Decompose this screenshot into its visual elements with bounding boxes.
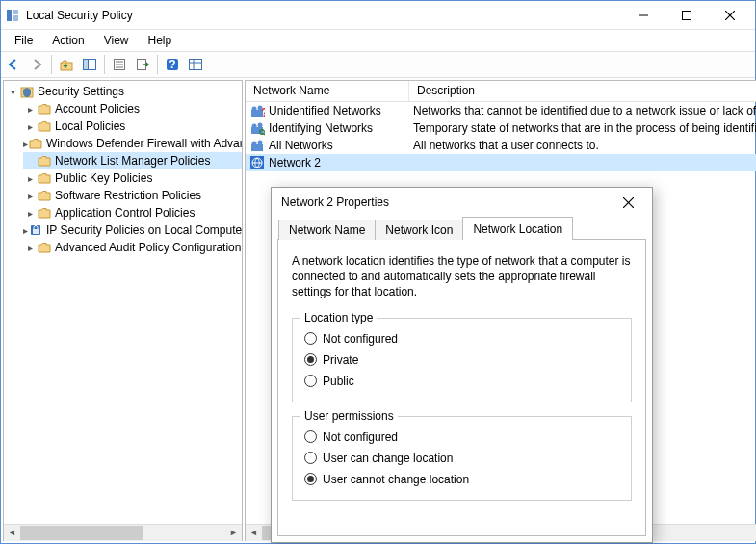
group-title: User permissions (300, 409, 398, 423)
column-description[interactable]: Description (409, 81, 756, 101)
folder-icon (28, 136, 43, 151)
show-hide-tree-button[interactable] (79, 54, 100, 75)
menu-action[interactable]: Action (42, 32, 93, 49)
main-window: Local Security Policy File Action View H… (0, 0, 756, 544)
scroll-thumb[interactable] (20, 526, 143, 540)
export-button[interactable] (132, 54, 153, 75)
scroll-left-button[interactable]: ◄ (246, 525, 262, 541)
manage-button[interactable] (185, 54, 206, 75)
app-icon (5, 8, 20, 23)
scroll-track[interactable] (20, 525, 225, 541)
list-row[interactable]: Identifying NetworksTemporary state of n… (246, 119, 756, 137)
radio-button[interactable] (304, 353, 317, 366)
list-row[interactable]: All NetworksAll networks that a user con… (246, 137, 756, 154)
tree-item[interactable]: ▸Advanced Audit Policy Configuration (23, 239, 242, 256)
ipsec-icon (28, 222, 43, 238)
radio-button[interactable] (304, 452, 317, 464)
menu-view[interactable]: View (94, 32, 139, 49)
column-network-name[interactable]: Network Name (246, 81, 409, 101)
radio-option[interactable]: User can change location (304, 448, 619, 469)
collapse-icon[interactable]: ▾ (6, 87, 19, 97)
folder-icon (37, 240, 52, 255)
svg-rect-2 (13, 15, 18, 21)
radio-option[interactable]: Public (304, 371, 619, 392)
svg-rect-9 (84, 60, 89, 70)
network-icon (249, 120, 265, 136)
scroll-right-button[interactable]: ► (225, 525, 242, 541)
svg-rect-4 (682, 11, 691, 19)
cell-network-name: Identifying Networks (246, 120, 409, 136)
tab-network-location[interactable]: Network Location (462, 217, 573, 240)
menubar: File Action View Help (1, 30, 755, 51)
close-button[interactable] (708, 1, 751, 29)
tab-network-name[interactable]: Network Name (278, 220, 376, 240)
folder-icon (37, 118, 52, 134)
svg-text:?: ? (261, 106, 265, 118)
tree-item-label: Account Policies (55, 102, 140, 116)
help-button[interactable]: ? (162, 54, 183, 75)
expand-icon[interactable]: ▸ (23, 243, 37, 253)
radio-label: Public (323, 375, 354, 388)
svg-point-28 (252, 124, 257, 129)
tree-root-security-settings[interactable]: ▾ Security Settings (6, 83, 242, 100)
menu-help[interactable]: Help (139, 32, 182, 49)
tab-network-icon[interactable]: Network Icon (375, 220, 463, 240)
scroll-left-button[interactable]: ◄ (4, 525, 20, 541)
radio-option[interactable]: Private (304, 350, 619, 371)
list-row[interactable]: Network 2 (246, 154, 756, 171)
dialog-tabbody: A network location identifies the type o… (277, 239, 646, 536)
up-level-button[interactable] (56, 54, 77, 75)
tree-item[interactable]: ▸Windows Defender Firewall with Advanced… (23, 135, 242, 152)
radio-label: User cannot change location (323, 473, 469, 486)
tree-view[interactable]: ▾ Security Settings ▸Account Policies▸Lo… (4, 81, 242, 524)
folder-icon (37, 205, 52, 220)
network-icon (249, 138, 265, 153)
cell-description: Temporary state of networks that are in … (409, 121, 756, 135)
security-icon (19, 84, 35, 99)
tree-item[interactable]: ▸Account Policies (23, 100, 242, 117)
folder-icon (37, 153, 52, 168)
dialog-close-button[interactable] (613, 188, 642, 217)
tree-item[interactable]: ▸IP Security Policies on Local Computer (23, 221, 242, 239)
maximize-button[interactable] (665, 1, 708, 29)
tree-item[interactable]: ▸Local Policies (23, 117, 242, 135)
properties-button[interactable] (109, 54, 130, 75)
tree-item[interactable]: ▸Application Control Policies (23, 204, 242, 221)
expand-icon[interactable]: ▸ (23, 173, 37, 184)
location-description: A network location identifies the type o… (292, 253, 632, 300)
radio-button[interactable] (304, 332, 317, 345)
radio-label: Private (323, 353, 358, 367)
radio-button[interactable] (304, 473, 317, 485)
radio-button[interactable] (304, 375, 317, 387)
expand-icon[interactable]: ▸ (23, 104, 37, 115)
tree-item[interactable]: ▸Public Key Policies (23, 169, 242, 187)
radio-option[interactable]: Not configured (304, 427, 619, 448)
svg-point-34 (258, 141, 263, 145)
tree-item[interactable]: ▸Software Restriction Policies (23, 187, 242, 204)
tree-item[interactable]: Network List Manager Policies (23, 152, 242, 169)
radio-button[interactable] (304, 430, 317, 443)
cell-network-name: Network 2 (246, 155, 409, 170)
expand-icon[interactable]: ▸ (23, 208, 37, 219)
network-icon (249, 155, 265, 170)
dialog-titlebar[interactable]: Network 2 Properties (272, 188, 652, 217)
radio-option[interactable]: User cannot change location (304, 469, 619, 490)
svg-rect-22 (33, 229, 39, 234)
menu-file[interactable]: File (5, 32, 42, 49)
dialog-title: Network 2 Properties (281, 195, 613, 209)
radio-option[interactable]: Not configured (304, 328, 619, 350)
minimize-button[interactable] (621, 1, 665, 29)
radio-label: Not configured (323, 332, 398, 346)
tree-item-label: Application Control Policies (55, 206, 195, 220)
back-button[interactable] (3, 54, 24, 75)
radio-label: Not configured (323, 430, 398, 444)
expand-icon[interactable]: ▸ (23, 121, 37, 132)
radio-label: User can change location (323, 452, 453, 465)
list-row[interactable]: ?Unidentified NetworksNetworks that cann… (246, 102, 756, 119)
tree-hscrollbar[interactable]: ◄ ► (4, 524, 242, 540)
svg-rect-7 (61, 63, 72, 70)
svg-rect-17 (190, 60, 202, 70)
svg-point-24 (252, 107, 257, 112)
forward-button[interactable] (26, 54, 47, 75)
expand-icon[interactable]: ▸ (23, 191, 37, 201)
